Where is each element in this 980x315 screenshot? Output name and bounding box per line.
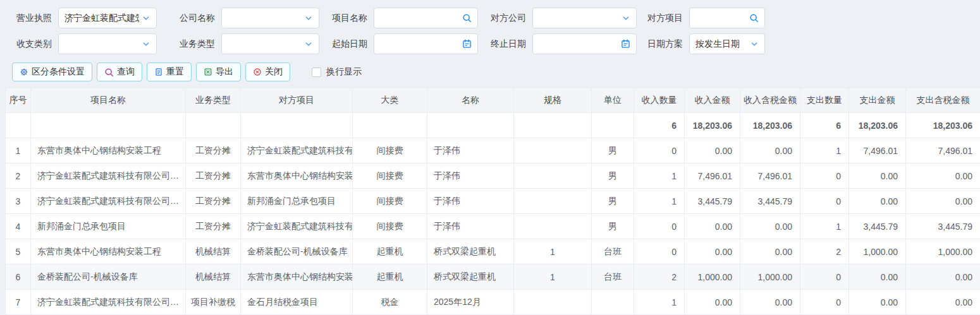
wrap-display-toggle[interactable]: 换行显示 [312, 66, 362, 78]
cell: 3,445.79 [906, 214, 980, 239]
search-icon[interactable] [749, 13, 759, 23]
cell: 0.00 [906, 264, 980, 290]
cell: 于泽伟 [427, 163, 514, 189]
table-row[interactable]: 6金桥装配公司-机械设备库机械结算东营市奥体中心钢结构安装起重机桥式双梁起重机1… [6, 264, 980, 290]
end-date-date[interactable] [532, 33, 637, 54]
column-header-8: 收入数量 [634, 88, 685, 113]
counterparty-project-search[interactable] [689, 8, 765, 28]
filter-label-income-expense-category: 收支类别 [13, 39, 52, 50]
search-icon[interactable] [462, 13, 472, 23]
cell: 1 [634, 189, 685, 214]
cell [514, 138, 592, 163]
business-type-select[interactable] [221, 33, 319, 54]
summary-cell: 18,203.06 [906, 113, 980, 138]
table-row[interactable]: 3济宁金虹装配式建筑科技有限公司…工资分摊新邦涌金门总承包项目间接费于泽伟男13… [6, 189, 980, 214]
query-button[interactable]: 查询 [97, 62, 142, 81]
cell: 东营市奥体中心钢结构安装工程 [31, 239, 186, 264]
cell: 1,000.00 [906, 239, 980, 264]
export-button[interactable]: 导出 [196, 62, 241, 81]
cell: 3,445.79 [849, 214, 906, 239]
cell: 桥式双梁起重机 [427, 264, 514, 290]
cell: 机械结算 [186, 264, 241, 290]
filter-label-company-name: 公司名称 [176, 13, 215, 24]
column-header-1: 项目名称 [31, 88, 186, 113]
cell: 1,000.00 [685, 264, 740, 290]
chevron-down-icon [622, 14, 630, 23]
table-row[interactable]: 7济宁金虹装配式建筑科技有限公司…项目补缴税金石月结税金项目税金2025年12月… [6, 290, 980, 315]
table-row[interactable]: 2济宁金虹装配式建筑科技有限公司…工资分摊东营市奥体中心钢结构安装间接费于泽伟男… [6, 163, 980, 189]
filter-item-business-license: 营业执照济宁金虹装配式建筑 [13, 8, 157, 28]
start-date-date[interactable] [374, 33, 478, 54]
column-header-7: 单位 [592, 88, 634, 113]
filter-label-start-date: 起始日期 [328, 39, 367, 50]
table-row[interactable]: 5东营市奥体中心钢结构安装工程机械结算金桥装配公司-机械设备库起重机桥式双梁起重… [6, 239, 980, 264]
cell: 4 [6, 214, 31, 239]
cell: 0.00 [849, 290, 906, 315]
cell: 1,000.00 [849, 239, 906, 264]
summary-cell: 18,203.06 [849, 113, 906, 138]
income-expense-category-select[interactable] [58, 33, 157, 54]
results-table: 序号项目名称业务类型对方项目大类名称规格单位收入数量收入金额收入含税金额支出数量… [5, 88, 980, 315]
chevron-down-icon [142, 14, 150, 23]
close-button[interactable]: 关闭 [245, 62, 290, 81]
cell: 1 [634, 290, 685, 315]
cell: 税金 [353, 290, 427, 315]
table-row[interactable]: 1东营市奥体中心钢结构安装工程工资分摊济宁金虹装配式建筑科技有间接费于泽伟男00… [6, 138, 980, 163]
reset-button[interactable]: 重置 [147, 62, 192, 81]
calendar-icon[interactable] [621, 39, 630, 49]
cell: 新邦涌金门总承包项目 [31, 214, 186, 239]
cell: 0 [634, 138, 685, 163]
query-button-label: 查询 [117, 66, 135, 78]
cell: 济宁金虹装配式建筑科技有 [241, 214, 353, 239]
date-scheme-select[interactable]: 按发生日期 [689, 33, 765, 54]
gear-icon [20, 68, 28, 76]
cell: 0.00 [740, 239, 800, 264]
filter-row-2: 收支类别业务类型起始日期终止日期日期方案按发生日期 [0, 33, 980, 54]
cell: 0.00 [740, 214, 800, 239]
cell [514, 214, 592, 239]
cell: 桥式双梁起重机 [427, 239, 514, 264]
cell: 0.00 [849, 189, 906, 214]
cell: 东营市奥体中心钢结构安装 [241, 264, 353, 290]
cell: 3 [6, 189, 31, 214]
cell: 间接费 [353, 214, 427, 239]
filter-label-date-scheme: 日期方案 [644, 39, 683, 50]
cell: 0.00 [906, 189, 980, 214]
summary-cell [186, 113, 241, 138]
cell: 新邦涌金门总承包项目 [241, 189, 353, 214]
cell: 1 [800, 214, 849, 239]
summary-cell [241, 113, 353, 138]
condition-settings-button[interactable]: 区分条件设置 [12, 62, 92, 81]
cell: 0.00 [685, 239, 740, 264]
column-header-11: 支出数量 [800, 88, 849, 113]
summary-row: 618,203.0618,203.06618,203.0618,203.06 [6, 113, 980, 138]
filter-row-1: 营业执照济宁金虹装配式建筑公司名称项目名称对方公司对方项目 [0, 8, 980, 28]
summary-cell: 6 [634, 113, 685, 138]
company-name-select[interactable] [221, 8, 319, 28]
column-header-9: 收入金额 [685, 88, 740, 113]
column-header-12: 支出金额 [849, 88, 906, 113]
close-button-label: 关闭 [265, 66, 283, 78]
cell: 济宁金虹装配式建筑科技有限公司… [31, 189, 186, 214]
cell: 东营市奥体中心钢结构安装 [241, 163, 353, 189]
filter-item-income-expense-category: 收支类别 [13, 33, 157, 54]
filter-item-company-name: 公司名称 [176, 8, 319, 28]
project-name-search[interactable] [374, 8, 478, 28]
filter-label-counterparty-company: 对方公司 [487, 13, 526, 24]
business-license-select[interactable]: 济宁金虹装配式建筑 [58, 8, 157, 28]
cell: 工资分摊 [186, 163, 241, 189]
column-header-5: 名称 [427, 88, 514, 113]
cell: 台班 [592, 239, 634, 264]
cell: 1 [6, 138, 31, 163]
document-icon [154, 68, 163, 76]
counterparty-company-select[interactable] [532, 8, 637, 28]
summary-cell [31, 113, 186, 138]
cell: 0 [634, 239, 685, 264]
cell: 0.00 [849, 163, 906, 189]
table-row[interactable]: 4新邦涌金门总承包项目工资分摊济宁金虹装配式建筑科技有间接费于泽伟男00.000… [6, 214, 980, 239]
cell: 起重机 [353, 239, 427, 264]
cell: 0.00 [849, 264, 906, 290]
close-circle-icon [253, 68, 262, 76]
cell: 男 [592, 163, 634, 189]
calendar-icon[interactable] [462, 39, 472, 49]
